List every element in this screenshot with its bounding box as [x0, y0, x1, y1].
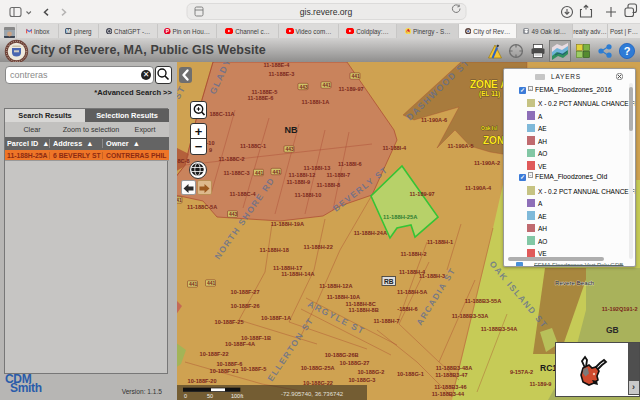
- svg-text:11-188E-3: 11-188E-3: [269, 71, 295, 77]
- svg-text:441: 441: [351, 73, 360, 79]
- svg-text:11-188C-3: 11-188C-3: [224, 170, 250, 176]
- svg-text:10-188F-5: 10-188F-5: [241, 366, 267, 372]
- svg-text:11-188I-1A: 11-188I-1A: [302, 99, 330, 105]
- svg-text:11-188H-19A: 11-188H-19A: [271, 221, 304, 227]
- svg-text:11-188H-18: 11-188H-18: [260, 247, 289, 253]
- svg-text:11-188C-2: 11-188C-2: [219, 156, 245, 162]
- svg-text:9: 9: [209, 147, 212, 153]
- svg-text:100ft: 100ft: [231, 393, 244, 399]
- svg-text:8C-8: 8C-8: [177, 158, 189, 164]
- svg-text:10-188G-2: 10-188G-2: [358, 369, 385, 375]
- svg-text:Revere Beach: Revere Beach: [555, 279, 595, 286]
- svg-text:11-188E-6: 11-188E-6: [248, 95, 274, 101]
- svg-text:11-188B3-53A: 11-188B3-53A: [452, 313, 488, 319]
- svg-text:11-190A-6: 11-190A-6: [421, 117, 447, 123]
- svg-text:443: 443: [229, 211, 238, 217]
- svg-text:11-188B3-54A: 11-188B3-54A: [481, 326, 517, 332]
- svg-text:11-188H-24A: 11-188H-24A: [354, 230, 387, 236]
- svg-text:11-188I-4: 11-188I-4: [383, 145, 408, 151]
- svg-text:NB: NB: [285, 125, 298, 135]
- svg-text:10-188F-1A: 10-188F-1A: [261, 315, 291, 321]
- svg-text:11-190A-5: 11-190A-5: [448, 143, 474, 149]
- svg-text:M: M: [67, 28, 71, 34]
- svg-text:10-188F-25: 10-188F-25: [215, 319, 244, 325]
- svg-text:11-189-97: 11-189-97: [410, 191, 435, 197]
- svg-text:RB: RB: [384, 278, 394, 285]
- svg-text:188C-11A: 188C-11A: [209, 111, 234, 117]
- svg-text:11-188C-4: 11-188C-4: [230, 191, 257, 197]
- svg-text:11-188B3-47: 11-188B3-47: [435, 372, 467, 378]
- svg-text:11-188I-9: 11-188I-9: [287, 179, 311, 185]
- svg-text:11-188I-8: 11-188I-8: [317, 182, 341, 188]
- svg-text:11-189-97: 11-189-97: [339, 86, 364, 92]
- svg-text:11-188H-8B: 11-188H-8B: [349, 307, 379, 313]
- svg-text:11-190A-4: 11-190A-4: [465, 185, 492, 191]
- svg-text:443: 443: [285, 146, 294, 152]
- svg-text:10-188F-20: 10-188F-20: [188, 378, 217, 384]
- svg-text:10-188F-21: 10-188F-21: [210, 368, 239, 374]
- svg-text:11-188C-1: 11-188C-1: [240, 143, 266, 149]
- svg-text:11-188H-17: 11-188H-17: [273, 265, 302, 271]
- svg-text:441: 441: [322, 82, 331, 88]
- svg-text:443: 443: [299, 84, 308, 90]
- svg-text:11-188E-4: 11-188E-4: [264, 62, 291, 68]
- svg-text:11-188C-5A: 11-188C-5A: [187, 204, 217, 210]
- svg-text:10-188G-1: 10-188G-1: [397, 371, 424, 377]
- svg-text:11-188I-7: 11-188I-7: [327, 172, 351, 178]
- svg-text:11-188H-25A: 11-188H-25A: [383, 214, 418, 220]
- svg-text:441: 441: [255, 170, 264, 176]
- svg-text:441: 441: [207, 280, 216, 286]
- svg-text:10-188G-27: 10-188G-27: [340, 360, 370, 366]
- svg-text:11-188H-5A: 11-188H-5A: [397, 289, 427, 295]
- svg-text:ZONE A: ZONE A: [470, 79, 507, 90]
- svg-text:11-188B3-46: 11-188B3-46: [434, 384, 466, 390]
- svg-text:0: 0: [184, 393, 187, 399]
- svg-text:11-188I-13: 11-188I-13: [304, 165, 331, 171]
- svg-text:11-188H-3: 11-188H-3: [419, 273, 445, 279]
- svg-text:11-188B3-55A: 11-188B3-55A: [465, 298, 501, 304]
- svg-text:50: 50: [207, 393, 213, 399]
- svg-text:11-188H-2: 11-188H-2: [401, 251, 427, 257]
- svg-text:11-192Q191-2: 11-192Q191-2: [602, 306, 638, 312]
- svg-text:10-188G-3: 10-188G-3: [349, 377, 376, 383]
- svg-text:441: 441: [189, 281, 198, 287]
- svg-text:10-188F-22: 10-188F-22: [200, 351, 229, 357]
- svg-text:441: 441: [177, 197, 182, 203]
- svg-text:10-188F-4A: 10-188F-4A: [225, 341, 255, 347]
- svg-text:10-188F-27: 10-188F-27: [231, 289, 260, 295]
- svg-text:11-188I-12: 11-188I-12: [289, 172, 316, 178]
- svg-text:GB: GB: [606, 325, 619, 335]
- svg-text:10-188F-6: 10-188F-6: [217, 361, 243, 367]
- svg-text:10-188G-25A: 10-188G-25A: [301, 365, 335, 371]
- svg-text:10-188G-26B: 10-188G-26B: [325, 352, 359, 358]
- svg-text:-188H-6: -188H-6: [397, 306, 417, 312]
- svg-text:11-190A-2: 11-190A-2: [474, 160, 500, 166]
- svg-text:11-188H-22: 11-188H-22: [304, 244, 333, 250]
- svg-text:9-157A-2: 9-157A-2: [510, 369, 533, 375]
- svg-text:?: ?: [624, 45, 631, 57]
- svg-text:11-188H-12A: 11-188H-12A: [319, 283, 352, 289]
- svg-text:11-188H-14A: 11-188H-14A: [281, 271, 314, 277]
- svg-text:11-188H-10A: 11-188H-10A: [327, 294, 360, 300]
- svg-text:10-188F-26: 10-188F-26: [231, 303, 260, 309]
- svg-text:11-188B3-48A: 11-188B3-48A: [436, 365, 472, 371]
- svg-text:11-188H-8C: 11-188H-8C: [346, 301, 376, 307]
- svg-text:441: 441: [272, 169, 281, 175]
- svg-text:gis.revere.org: gis.revere.org: [300, 7, 353, 17]
- svg-text:11-188I-10: 11-188I-10: [295, 192, 322, 198]
- svg-text:11-188B3-44: 11-188B3-44: [432, 391, 465, 397]
- svg-text:Oak Isl: Oak Isl: [481, 125, 498, 131]
- svg-text:(EL 11): (EL 11): [479, 90, 500, 98]
- svg-text:11-189-9: 11-189-9: [529, 381, 551, 387]
- svg-text:11-188H-7: 11-188H-7: [374, 318, 400, 324]
- svg-text:11-188I-6: 11-188I-6: [338, 161, 362, 167]
- svg-text:11-188H-1: 11-188H-1: [427, 239, 453, 245]
